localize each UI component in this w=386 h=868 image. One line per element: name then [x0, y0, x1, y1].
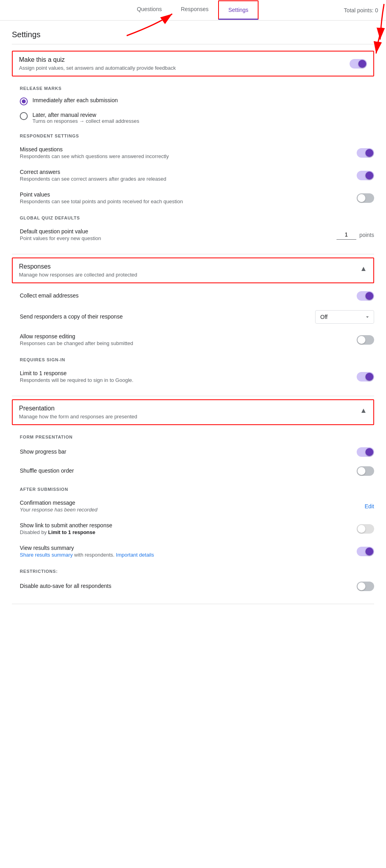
- radio-immediately[interactable]: Immediately after each submission: [12, 94, 374, 109]
- radio-manual[interactable]: Later, after manual review Turns on resp…: [12, 109, 374, 127]
- tab-questions[interactable]: Questions: [127, 0, 171, 20]
- results-summary-desc-after: with respondents.: [74, 552, 116, 558]
- global-quiz-label: GLOBAL QUIZ DEFAULTS: [12, 209, 374, 223]
- allow-editing-toggle[interactable]: [357, 335, 374, 345]
- tab-responses[interactable]: Responses: [171, 0, 218, 20]
- radio-manual-circle: [20, 112, 28, 120]
- show-link-toggle-track: [357, 524, 374, 534]
- point-values-label: Point values: [20, 191, 183, 198]
- shuffle-order-label: Shuffle question order: [20, 467, 74, 474]
- correct-answers-label: Correct answers: [20, 169, 166, 175]
- quiz-header-text: Make this a quiz Assign point values, se…: [19, 56, 176, 71]
- collect-email-toggle-thumb: [365, 292, 373, 300]
- show-link-row: Show link to submit another response Dis…: [12, 517, 374, 540]
- limit-response-toggle-track: [357, 372, 374, 382]
- view-results-label: View results summary: [20, 545, 154, 551]
- quiz-subtitle: Assign point values, set answers and aut…: [19, 65, 176, 71]
- disable-autosave-label: Disable auto-save for all respondents: [20, 583, 111, 589]
- collect-email-toggle[interactable]: [357, 291, 374, 301]
- show-progress-toggle-thumb: [365, 448, 373, 456]
- limit-response-label: Limit to 1 response: [20, 370, 133, 376]
- total-points: Total points: 0: [344, 7, 378, 13]
- allow-editing-row: Allow response editing Responses can be …: [12, 328, 374, 351]
- quiz-toggle[interactable]: [350, 59, 367, 69]
- radio-manual-text: Later, after manual review Turns on resp…: [32, 112, 139, 124]
- correct-answers-toggle-track: [357, 171, 374, 180]
- radio-immediately-text: Immediately after each submission: [32, 97, 118, 103]
- point-input-area: points: [337, 230, 374, 240]
- responses-header-text: Responses Manage how responses are colle…: [19, 263, 137, 278]
- default-point-row: Default question point value Point value…: [12, 223, 374, 246]
- point-unit-label: points: [359, 232, 374, 238]
- disable-autosave-toggle[interactable]: [357, 582, 374, 591]
- confirmation-message-label: Confirmation message: [20, 500, 97, 506]
- quiz-title: Make this a quiz: [19, 56, 176, 63]
- allow-editing-label: Allow response editing: [20, 333, 133, 340]
- correct-answers-desc: Respondents can see correct answers afte…: [20, 176, 166, 182]
- correct-answers-row: Correct answers Respondents can see corr…: [12, 164, 374, 187]
- correct-answers-toggle-thumb: [365, 172, 373, 179]
- important-details-link[interactable]: Important details: [116, 552, 154, 558]
- presentation-box[interactable]: Presentation Manage how the form and res…: [12, 399, 374, 425]
- view-results-toggle-thumb: [365, 548, 373, 555]
- presentation-title: Presentation: [19, 405, 137, 412]
- send-copy-dropdown[interactable]: Off Always When requested: [315, 310, 374, 324]
- limit-response-toggle-thumb: [365, 373, 373, 381]
- quiz-section: Make this a quiz Assign point values, se…: [12, 51, 374, 254]
- point-values-toggle[interactable]: [357, 193, 374, 203]
- settings-page: Settings Make this a quiz Assign point v…: [0, 21, 386, 620]
- point-values-row: Point values Respondents can see total p…: [12, 187, 374, 209]
- radio-immediately-label: Immediately after each submission: [32, 97, 118, 103]
- quiz-toggle-thumb: [358, 60, 366, 68]
- view-results-toggle[interactable]: [357, 547, 374, 556]
- radio-immediately-circle: [20, 97, 28, 105]
- default-point-label: Default question point value: [20, 228, 101, 235]
- point-values-text: Point values Respondents can see total p…: [20, 191, 183, 204]
- show-progress-row: Show progress bar: [12, 443, 374, 462]
- disable-autosave-toggle-thumb: [357, 582, 365, 590]
- presentation-header-text: Presentation Manage how the form and res…: [19, 405, 137, 420]
- shuffle-order-toggle-track: [357, 466, 374, 476]
- show-link-desc: Disabled by Limit to 1 response: [20, 529, 112, 535]
- default-point-text: Default question point value Point value…: [20, 228, 101, 241]
- radio-manual-sub: Turns on responses → collect email addre…: [32, 118, 139, 124]
- point-value-input[interactable]: [337, 230, 356, 240]
- allow-editing-toggle-track: [357, 335, 374, 345]
- missed-questions-toggle[interactable]: [357, 148, 374, 158]
- release-marks-label: RELEASE MARKS: [12, 80, 374, 94]
- quiz-box: Make this a quiz Assign point values, se…: [12, 51, 374, 76]
- view-results-row: View results summary Share results summa…: [12, 540, 374, 563]
- show-progress-toggle[interactable]: [357, 447, 374, 457]
- presentation-chevron: ▲: [360, 406, 367, 415]
- missed-questions-desc: Respondents can see which questions were…: [20, 153, 169, 159]
- tab-settings[interactable]: Settings: [218, 0, 259, 20]
- show-link-toggle[interactable]: [357, 524, 374, 534]
- after-submission-label: AFTER SUBMISSION: [12, 481, 374, 495]
- responses-subtitle: Manage how responses are collected and p…: [19, 272, 137, 278]
- top-nav: Questions Responses Settings Total point…: [0, 0, 386, 21]
- shuffle-order-toggle[interactable]: [357, 466, 374, 476]
- respondent-settings-label: RESPONDENT SETTINGS: [12, 127, 374, 141]
- responses-chevron: ▲: [360, 265, 367, 273]
- page-title: Settings: [12, 21, 374, 44]
- responses-box[interactable]: Responses Manage how responses are colle…: [12, 258, 374, 283]
- view-results-desc: Share results summary with respondents. …: [20, 552, 154, 558]
- disable-autosave-row: Disable auto-save for all respondents: [12, 577, 374, 596]
- results-summary-link[interactable]: Share results summary: [20, 552, 73, 558]
- correct-answers-toggle[interactable]: [357, 171, 374, 180]
- correct-answers-text: Correct answers Respondents can see corr…: [20, 169, 166, 182]
- show-link-text: Show link to submit another response Dis…: [20, 522, 112, 535]
- confirmation-edit-link[interactable]: Edit: [365, 503, 374, 509]
- limit-response-row: Limit to 1 response Respondents will be …: [12, 365, 374, 388]
- send-copy-label: Send responders a copy of their response: [20, 313, 123, 320]
- missed-questions-toggle-thumb: [365, 149, 373, 157]
- limit-response-desc: Respondents will be required to sign in …: [20, 377, 133, 383]
- responses-title: Responses: [19, 263, 137, 270]
- missed-questions-label: Missed questions: [20, 146, 169, 153]
- point-values-toggle-track: [357, 193, 374, 203]
- allow-editing-toggle-thumb: [357, 336, 365, 344]
- limit-response-toggle[interactable]: [357, 372, 374, 382]
- requires-sign-in-label: REQUIRES SIGN-IN: [12, 351, 374, 365]
- show-link-label: Show link to submit another response: [20, 522, 112, 528]
- quiz-toggle-track: [350, 59, 367, 69]
